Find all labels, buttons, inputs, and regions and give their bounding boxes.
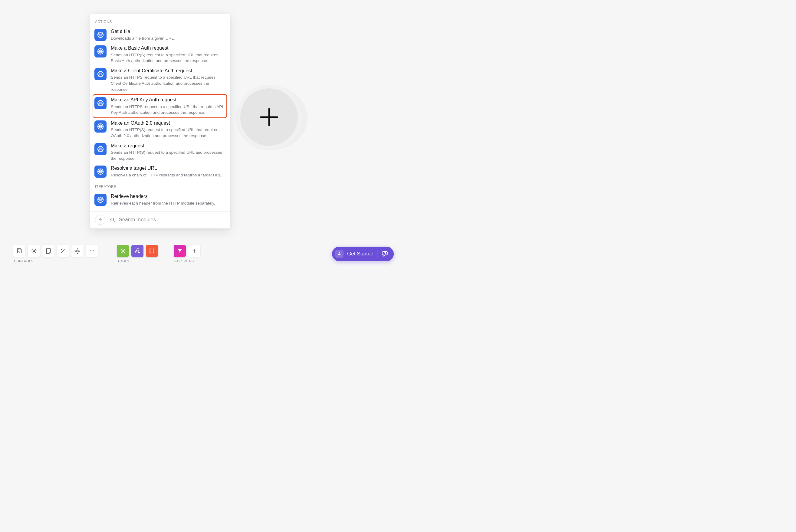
favorites-toolbar: FAVORITES — [174, 245, 201, 263]
globe-icon — [97, 70, 105, 78]
controls-label: CONTROLS — [14, 259, 98, 263]
save-button[interactable] — [13, 245, 25, 257]
svg-point-9 — [19, 251, 20, 252]
settings-button[interactable] — [28, 245, 40, 257]
controls-toolbar: CONTROLS — [13, 245, 98, 263]
globe-icon — [97, 168, 105, 175]
action-get-a-file[interactable]: Get a fileDownloads a file from a given … — [94, 26, 226, 43]
brackets-icon — [149, 248, 155, 254]
svg-point-14 — [122, 250, 124, 252]
favorites-label: FAVORITES — [174, 259, 201, 263]
svg-point-10 — [33, 250, 35, 252]
favorite-app[interactable] — [174, 245, 186, 257]
http-module-icon — [94, 29, 107, 41]
action-title: Resolve a target URL — [111, 165, 222, 172]
module-picker-list: ACTIONSGet a fileDownloads a file from a… — [90, 14, 230, 211]
action-resolve-target-url[interactable]: Resolve a target URLResolves a chain of … — [94, 163, 226, 180]
action-desc: Resolves a chain of HTTP redirects and r… — [111, 172, 222, 178]
gear-icon — [31, 248, 37, 254]
globe-icon — [97, 31, 105, 39]
explain-flow-button[interactable] — [72, 245, 83, 257]
tools-toolbar: TOOLS — [117, 245, 158, 263]
action-text: Get a fileDownloads a file from a given … — [111, 28, 175, 41]
http-module-icon — [94, 120, 107, 133]
action-title: Make an API Key Auth request — [111, 97, 225, 103]
action-desc: Sends an HTTP(S) request to a specified … — [111, 127, 225, 139]
plus-icon — [258, 106, 280, 128]
action-text: Make a Basic Auth requestSends an HTTP(S… — [111, 45, 225, 64]
globe-icon — [97, 48, 105, 55]
action-desc: Retrieves each header from the HTTP modu… — [111, 200, 215, 206]
search-icon — [110, 217, 115, 223]
back-button[interactable] — [95, 214, 105, 225]
filter-triangle-icon — [176, 248, 183, 254]
add-module-node[interactable] — [236, 84, 302, 152]
get-started-button[interactable]: 4 Get Started — [332, 247, 394, 261]
plus-small-icon — [191, 248, 197, 254]
action-desc: Sends an HTTP(S) request to a specified … — [111, 52, 225, 64]
action-title: Get a file — [111, 28, 175, 35]
action-text: Make a requestSends an HTTP(S) request t… — [111, 142, 225, 162]
action-desc: Downloads a file from a given URL. — [111, 35, 175, 41]
dots-icon — [89, 248, 95, 254]
globe-icon — [97, 122, 105, 130]
action-api-key-auth-request[interactable]: Make an API Key Auth requestSends an HTT… — [93, 94, 227, 118]
svg-point-15 — [385, 254, 385, 255]
action-desc: Sends an HTTPS request to a specified UR… — [111, 74, 225, 92]
globe-icon — [97, 145, 105, 153]
magic-wand-icon — [60, 248, 66, 254]
action-text: Make an OAuth 2.0 requestSends an HTTP(S… — [111, 120, 225, 139]
module-picker-footer — [90, 211, 230, 228]
action-text: Make an API Key Auth requestSends an HTT… — [111, 97, 225, 116]
http-module-icon — [94, 166, 107, 178]
add-favorite-button[interactable] — [188, 245, 201, 257]
action-text: Make a Client Certificate Auth requestSe… — [111, 68, 225, 92]
action-title: Retrieve headers — [111, 193, 215, 200]
iterator-retrieve-headers[interactable]: Retrieve headersRetrieves each header fr… — [94, 191, 226, 208]
search-input[interactable] — [119, 217, 225, 223]
action-client-cert-auth-request[interactable]: Make a Client Certificate Auth requestSe… — [94, 66, 226, 94]
divider — [377, 250, 377, 258]
globe-icon — [97, 196, 105, 204]
note-icon — [45, 248, 52, 254]
action-basic-auth-request[interactable]: Make a Basic Auth requestSends an HTTP(S… — [94, 43, 226, 66]
flow-control-tool[interactable] — [117, 245, 129, 257]
arrow-left-icon — [98, 217, 102, 222]
action-title: Make a request — [111, 142, 225, 149]
tools-tool[interactable] — [131, 245, 144, 257]
http-module-icon — [94, 143, 107, 155]
get-started-label: Get Started — [347, 251, 374, 257]
flow-gear-icon — [119, 248, 126, 254]
action-text: Resolve a target URLResolves a chain of … — [111, 165, 222, 178]
action-oauth2-request[interactable]: Make an OAuth 2.0 requestSends an HTTP(S… — [94, 118, 226, 141]
action-title: Make a Basic Auth request — [111, 45, 225, 52]
http-module-icon — [94, 194, 107, 206]
node-inner-ring — [240, 88, 298, 146]
action-desc: Sends an HTTP(S) request to a specified … — [111, 150, 225, 161]
get-started-count: 4 — [335, 250, 343, 258]
auto-align-button[interactable] — [57, 245, 69, 257]
http-module-icon — [94, 97, 107, 109]
plane-icon — [74, 248, 81, 254]
http-module-icon — [94, 45, 107, 57]
search-wrap — [110, 217, 225, 223]
globe-icon — [97, 99, 105, 107]
action-desc: Sends an HTTPS request to a specified UR… — [111, 104, 225, 116]
more-button[interactable] — [86, 245, 98, 257]
action-title: Make an OAuth 2.0 request — [111, 120, 225, 127]
svg-point-12 — [92, 251, 93, 251]
wrench-icon — [134, 248, 141, 254]
help-icon — [381, 250, 390, 258]
action-title: Make a Client Certificate Auth request — [111, 68, 225, 74]
text-parser-tool[interactable] — [146, 245, 158, 257]
section-header: ITERATORS — [95, 185, 226, 189]
http-module-icon — [94, 68, 107, 80]
module-picker-panel: ACTIONSGet a fileDownloads a file from a… — [90, 14, 230, 228]
save-icon — [16, 248, 23, 254]
action-text: Retrieve headersRetrieves each header fr… — [111, 193, 215, 206]
svg-point-13 — [93, 251, 94, 251]
action-make-request[interactable]: Make a requestSends an HTTP(S) request t… — [94, 141, 226, 164]
section-header: ACTIONS — [95, 20, 226, 24]
tools-label: TOOLS — [117, 259, 158, 263]
notes-button[interactable] — [42, 245, 55, 257]
